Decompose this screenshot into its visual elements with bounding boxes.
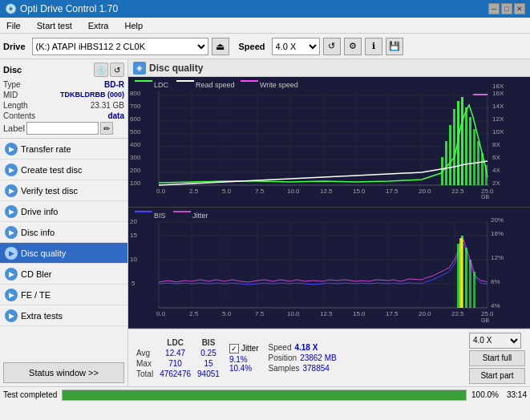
top-chart-svg: LDC Read speed Write speed 100 200 300 4… [128, 77, 530, 207]
jitter-avg: 9.1% [229, 355, 252, 364]
svg-rect-63 [469, 117, 471, 185]
jitter-checkbox[interactable]: ✓ [229, 344, 239, 353]
svg-text:7.5: 7.5 [255, 310, 265, 317]
disc-label-row: Label ✏ [3, 122, 124, 135]
svg-text:15: 15 [130, 232, 137, 239]
start-full-button[interactable]: Start full [469, 350, 525, 366]
eject-button[interactable]: ⏏ [212, 38, 229, 55]
nav-disc-quality[interactable]: ▶ Disc quality [0, 243, 127, 264]
charts-container: LDC Read speed Write speed 100 200 300 4… [128, 77, 530, 329]
chart-header: ◈ Disc quality [128, 59, 530, 77]
disc-mid-label: MID [3, 91, 18, 99]
label-edit-btn[interactable]: ✏ [100, 122, 113, 135]
menu-help[interactable]: Help [121, 19, 146, 32]
svg-text:10: 10 [130, 256, 137, 263]
svg-text:Jitter: Jitter [192, 212, 208, 220]
nav-extra-tests[interactable]: ▶ Extra tests [0, 305, 127, 326]
nav-create-test-disc[interactable]: ▶ Create test disc [0, 160, 127, 180]
app-title: Opti Drive Control 1.70 [20, 3, 118, 14]
drive-select[interactable]: (K:) ATAPI iHBS112 2 CL0K [32, 38, 208, 55]
maximize-button[interactable]: □ [501, 3, 512, 14]
refresh-button[interactable]: ↺ [323, 38, 341, 55]
nav-fe-te[interactable]: ▶ FE / TE [0, 285, 127, 305]
svg-rect-62 [465, 107, 467, 185]
minimize-button[interactable]: ─ [488, 3, 500, 14]
svg-text:20%: 20% [491, 216, 504, 224]
svg-text:300: 300 [130, 154, 141, 161]
app-title-area: 💿 Opti Drive Control 1.70 [5, 3, 118, 14]
svg-text:15.0: 15.0 [353, 188, 366, 195]
nav-disc-info[interactable]: ▶ Disc info [0, 222, 127, 243]
svg-rect-115 [473, 272, 475, 308]
save-button[interactable]: 💾 [386, 38, 403, 55]
svg-text:400: 400 [130, 141, 141, 148]
menu-extra[interactable]: Extra [85, 19, 112, 32]
nav-transfer-rate-label: Transfer rate [21, 144, 71, 154]
stats-table: LDC BIS Avg 12.47 0.25 Max 710 15 Total … [133, 337, 223, 379]
nav-drive-info[interactable]: ▶ Drive info [0, 201, 127, 222]
svg-text:20.0: 20.0 [419, 188, 431, 195]
disc-icon-btn[interactable]: 💿 [94, 63, 108, 77]
svg-rect-60 [457, 101, 459, 185]
stats-max-ldc: 710 [156, 358, 194, 369]
speed-row1: Speed 4.18 X [269, 343, 337, 352]
svg-text:2.5: 2.5 [189, 188, 199, 195]
top-chart: LDC Read speed Write speed 100 200 300 4… [128, 77, 530, 208]
stats-speed-select[interactable]: 4.0 X [469, 333, 521, 349]
nav-drive-info-label: Drive info [21, 207, 58, 216]
svg-text:10.0: 10.0 [287, 188, 300, 195]
svg-text:600: 600 [130, 115, 141, 123]
disc-label-input[interactable] [26, 122, 99, 135]
svg-text:6X: 6X [492, 154, 500, 161]
disc-type-value: BD-R [104, 80, 124, 89]
svg-text:Write speed: Write speed [260, 81, 298, 89]
start-part-button[interactable]: Start part [469, 368, 525, 384]
chart-header-icon: ◈ [133, 62, 146, 75]
info-button[interactable]: ℹ [365, 38, 382, 55]
stats-avg-label: Avg [133, 348, 156, 358]
svg-rect-3 [176, 80, 194, 82]
disc-refresh-btn[interactable]: ↺ [110, 63, 124, 77]
svg-rect-114 [469, 260, 471, 308]
right-controls: 4.0 X Start full Start part [469, 333, 525, 384]
position-label: Position [269, 353, 297, 362]
nav-menu: ▶ Transfer rate ▶ Create test disc ▶ Ver… [0, 139, 127, 359]
svg-rect-1 [135, 80, 152, 82]
right-panel: ◈ Disc quality LDC Read speed Write spee… [128, 59, 530, 386]
nav-verify-label: Verify test disc [21, 186, 78, 196]
menu-start-test[interactable]: Start test [34, 19, 75, 32]
disc-mid-value: TDKBLDRBB (000) [60, 91, 124, 99]
svg-text:8%: 8% [491, 278, 500, 285]
svg-text:LDC: LDC [154, 81, 169, 89]
disc-label-key: Label [3, 123, 25, 133]
disc-type-row: Type BD-R [3, 80, 124, 89]
svg-text:16%: 16% [491, 230, 504, 237]
svg-rect-5 [241, 80, 258, 82]
status-window-button[interactable]: Status window >> [3, 362, 124, 383]
svg-text:20: 20 [130, 218, 137, 225]
svg-text:0.0: 0.0 [156, 310, 166, 317]
settings-button[interactable]: ⚙ [344, 38, 362, 55]
nav-cd-bler-label: CD Bler [21, 269, 52, 279]
svg-rect-113 [465, 248, 467, 308]
nav-disc-quality-icon: ▶ [5, 247, 18, 260]
disc-contents-label: Contents [3, 111, 35, 120]
svg-text:12%: 12% [491, 254, 504, 261]
nav-disc-quality-label: Disc quality [21, 248, 66, 258]
progress-bar-fill [63, 390, 466, 400]
menu-file[interactable]: File [3, 19, 24, 32]
svg-text:GB: GB [481, 317, 489, 323]
speed-select[interactable]: 4.0 X [272, 38, 320, 55]
svg-rect-64 [473, 129, 475, 185]
svg-rect-111 [457, 244, 459, 308]
progress-text: 100.0% [471, 390, 499, 399]
bottom-chart-svg: BIS Jitter [128, 208, 530, 328]
nav-verify-test-disc[interactable]: ▶ Verify test disc [0, 180, 127, 201]
nav-transfer-rate[interactable]: ▶ Transfer rate [0, 139, 127, 160]
nav-create-icon: ▶ [5, 164, 18, 176]
svg-text:0.0: 0.0 [156, 188, 166, 195]
close-button[interactable]: ✕ [514, 3, 525, 14]
svg-text:7.5: 7.5 [255, 188, 265, 195]
progress-bar-container [62, 390, 467, 401]
nav-cd-bler[interactable]: ▶ CD Bler [0, 264, 127, 285]
